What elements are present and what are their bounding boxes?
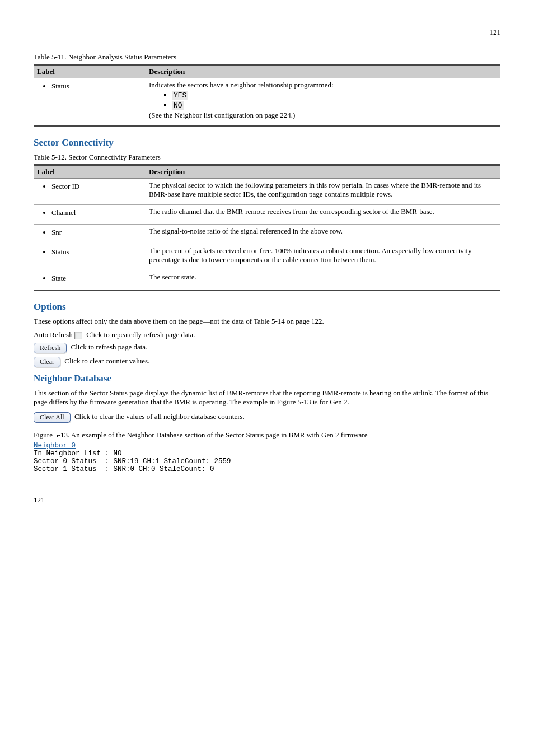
options-heading: Options [34, 301, 500, 312]
t6r0-desc: The physical sector to which the followi… [146, 179, 500, 205]
t6r3-desc: The percent of packets received error-fr… [146, 244, 500, 270]
table-5-12: Label Description Sector ID The physical… [34, 164, 500, 291]
table-row: Status The percent of packets received e… [34, 244, 500, 270]
options-intro: These options affect only the data above… [34, 317, 500, 326]
auto-refresh-checkbox[interactable] [74, 332, 82, 339]
status-yes: YES [172, 91, 188, 100]
neighbor-pre-block: Neighbor 0 In Neighbor List : NO Sector … [34, 442, 500, 473]
clear-all-desc: Click to clear the values of all neighbo… [74, 413, 245, 421]
pre-v2: SNR:0 CH:0 StaleCount: 0 [109, 465, 214, 473]
clear-button[interactable]: Clear [34, 357, 60, 367]
table-row: Status Indicates the sectors have a neig… [34, 78, 500, 127]
table6-header-desc: Description [146, 165, 500, 179]
t6r4-label: State [51, 274, 142, 283]
clear-all-button[interactable]: Clear All [34, 412, 71, 423]
neighbor-db-heading: Neighbor Database [34, 373, 500, 384]
table5-row0-desc1: Indicates the sectors have a neighbor re… [149, 81, 497, 90]
pre-k2: Sector 1 Status [34, 465, 105, 473]
refresh-desc: Click to refresh page data. [71, 343, 148, 352]
pre-k1: Sector 0 Status [34, 458, 105, 465]
neighbor-db-para: This section of the Sector Status page d… [34, 389, 500, 407]
table-row: State The sector state. [34, 270, 500, 291]
t6r1-desc: The radio channel that the BMR-remote re… [146, 205, 500, 225]
table-row: Snr The signal-to-noise ratio of the sig… [34, 225, 500, 244]
auto-refresh-desc: Click to repeatedly refresh page data. [86, 330, 195, 339]
status-no: NO [172, 101, 184, 110]
table5-row0-label: Status [51, 82, 142, 91]
table-5-11: Label Description Status Indicates the s… [34, 64, 500, 127]
auto-refresh-label: Auto Refresh [34, 330, 73, 339]
t6r4-desc: The sector state. [146, 270, 500, 291]
page-number-top: 121 [34, 28, 500, 37]
figure5-13-caption: Figure 5-13. An example of the Neighbor … [34, 431, 500, 440]
table-row: Channel The radio channel that the BMR-r… [34, 205, 500, 225]
neighbor0-heading[interactable]: Neighbor 0 [34, 442, 76, 450]
pre-v0: NO [109, 450, 122, 458]
table5-header-label: Label [34, 65, 146, 78]
table6-caption: Table 5-12. Sector Connectivity Paramete… [34, 153, 500, 162]
table5-caption: Table 5-11. Neighbor Analysis Status Par… [34, 53, 500, 62]
page-number-bottom: 121 [34, 496, 500, 505]
table5-header-desc: Description [146, 65, 500, 78]
pre-v1: SNR:19 CH:1 StaleCount: 2559 [109, 458, 231, 465]
pre-k0: In Neighbor List [34, 450, 105, 458]
t6r2-label: Snr [51, 228, 142, 237]
t6r0-label: Sector ID [51, 182, 142, 191]
t6r1-label: Channel [51, 208, 142, 217]
section-sector-connectivity: Sector Connectivity [34, 137, 500, 148]
table-row: Sector ID The physical sector to which t… [34, 179, 500, 205]
t6r3-label: Status [51, 248, 142, 256]
refresh-button[interactable]: Refresh [34, 343, 67, 353]
table6-header-label: Label [34, 165, 146, 179]
t6r2-desc: The signal-to-noise ratio of the signal … [146, 225, 500, 244]
table5-row0-note: (See the Neighbor list configuration on … [149, 111, 497, 120]
clear-desc: Click to clear counter values. [64, 357, 149, 366]
